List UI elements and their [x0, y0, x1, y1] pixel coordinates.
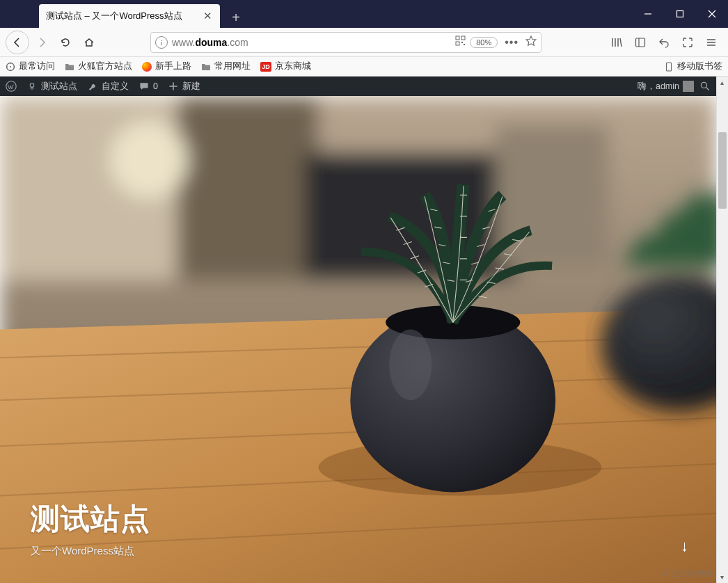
library-icon[interactable] [606, 31, 628, 54]
back-button[interactable] [6, 31, 29, 54]
most-visited-button[interactable]: 最常访问 [6, 61, 55, 72]
maximize-button[interactable] [664, 0, 696, 28]
reload-button[interactable] [54, 31, 77, 54]
screenshot-icon[interactable] [676, 31, 699, 54]
jd-bookmark[interactable]: JD京东商城 [260, 61, 311, 72]
scrollbar[interactable]: ▴ ▾ [716, 77, 728, 583]
url-text: www.douma.com [172, 37, 451, 48]
svg-point-21 [668, 69, 669, 70]
svg-rect-7 [461, 42, 463, 43]
firefox-official-folder[interactable]: 火狐官方站点 [65, 61, 132, 72]
firefox-icon [142, 62, 152, 72]
svg-rect-4 [456, 36, 459, 40]
svg-rect-30 [177, 96, 318, 280]
avatar-icon [683, 81, 694, 92]
browser-tab[interactable]: 测试站点 – 又一个WordPress站点 ✕ [39, 4, 220, 28]
page-content: 测试站点 自定义 0 新建 嗨，admin [0, 77, 716, 583]
customize-link[interactable]: 自定义 [87, 81, 129, 93]
bookmark-label: 新手上路 [155, 61, 191, 72]
search-icon[interactable] [699, 81, 711, 92]
site-name-link[interactable]: 测试站点 [26, 81, 77, 93]
bookmark-label: 京东商城 [275, 61, 311, 72]
svg-line-27 [706, 88, 709, 90]
svg-rect-1 [677, 11, 683, 17]
svg-point-26 [701, 82, 706, 88]
svg-rect-8 [464, 44, 465, 45]
bookmark-star-icon[interactable] [525, 35, 537, 49]
svg-point-23 [30, 83, 34, 88]
common-urls-folder[interactable]: 常用网址 [201, 61, 251, 72]
scroll-down-icon[interactable]: ▾ [716, 571, 728, 583]
page-actions-icon[interactable]: ••• [502, 36, 521, 49]
site-tagline: 又一个WordPress站点 [31, 545, 134, 558]
bookmark-label: 最常访问 [19, 61, 55, 72]
hero-section: 测试站点 又一个WordPress站点 ↓ [0, 96, 716, 583]
minimize-button[interactable] [632, 0, 664, 28]
close-tab-icon[interactable]: ✕ [202, 10, 213, 22]
zoom-badge[interactable]: 80% [470, 37, 498, 48]
svg-rect-32 [496, 125, 609, 266]
forward-button [31, 31, 53, 54]
menu-icon[interactable] [700, 31, 722, 54]
adminbar-label: 测试站点 [41, 81, 77, 93]
greeting-label: 嗨，admin [638, 81, 679, 93]
getting-started-bookmark[interactable]: 新手上路 [142, 61, 191, 72]
viewport: 测试站点 自定义 0 新建 嗨，admin [0, 77, 728, 583]
svg-point-44 [389, 330, 432, 401]
new-tab-button[interactable]: + [225, 7, 246, 28]
svg-point-22 [6, 81, 16, 91]
svg-point-33 [110, 121, 188, 199]
wp-admin-bar: 测试站点 自定义 0 新建 嗨，admin [0, 77, 716, 96]
svg-rect-5 [461, 36, 465, 40]
watermark: @51CTO博客 [662, 568, 714, 580]
user-greeting[interactable]: 嗨，admin [638, 81, 694, 93]
svg-point-15 [10, 66, 11, 67]
comments-link[interactable]: 0 [139, 81, 158, 92]
home-button[interactable] [78, 31, 100, 54]
new-content-link[interactable]: 新建 [168, 81, 200, 93]
site-title: 测试站点 [31, 500, 150, 538]
adminbar-label: 0 [153, 81, 158, 91]
mobile-bookmarks[interactable]: 移动版书签 [664, 61, 722, 72]
window-titlebar: 测试站点 – 又一个WordPress站点 ✕ + [0, 0, 728, 28]
window-controls [632, 0, 728, 28]
qr-icon[interactable] [455, 35, 466, 49]
bookmark-label: 火狐官方站点 [78, 61, 132, 72]
tab-title: 测试站点 – 又一个WordPress站点 [46, 10, 182, 22]
address-bar[interactable]: i www.douma.com 80% ••• [150, 32, 541, 53]
bookmarks-toolbar: 最常访问 火狐官方站点 新手上路 常用网址 JD京东商城 移动版书签 [0, 57, 728, 77]
wp-logo[interactable] [6, 81, 17, 92]
svg-rect-9 [636, 38, 645, 47]
close-window-button[interactable] [696, 0, 728, 28]
adminbar-label: 新建 [182, 81, 200, 93]
bookmark-label: 移动版书签 [677, 61, 722, 72]
jd-icon: JD [260, 62, 271, 72]
svg-rect-6 [456, 42, 459, 45]
scroll-down-icon[interactable]: ↓ [681, 537, 688, 555]
adminbar-label: 自定义 [102, 81, 129, 93]
bookmark-label: 常用网址 [214, 61, 251, 72]
scroll-up-icon[interactable]: ▴ [716, 77, 728, 88]
sidebar-icon[interactable] [629, 31, 651, 54]
navigation-toolbar: i www.douma.com 80% ••• [0, 28, 728, 57]
undo-icon[interactable] [653, 31, 675, 54]
scrollbar-thumb[interactable] [718, 132, 727, 209]
site-info-icon[interactable]: i [155, 36, 168, 49]
